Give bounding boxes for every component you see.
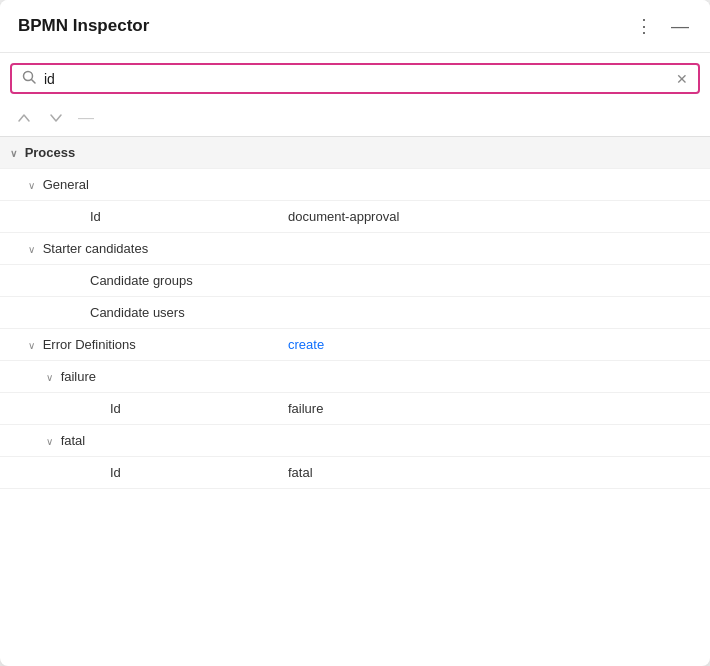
tree-row-value: failure — [280, 395, 710, 422]
move-up-button[interactable] — [12, 108, 36, 128]
tree-row-value — [280, 435, 710, 447]
panel-title: BPMN Inspector — [18, 16, 149, 36]
menu-button[interactable]: ⋮ — [632, 14, 656, 38]
bpmn-inspector-panel: BPMN Inspector ⋮ — ✕ — — [0, 0, 710, 666]
chevron-icon: ∨ — [46, 436, 53, 447]
minimize-button[interactable]: — — [668, 14, 692, 38]
tree-row-value — [280, 243, 710, 255]
tree-row-label: Id — [0, 459, 280, 486]
tree-row[interactable]: ∨ failure — [0, 361, 710, 393]
search-icon — [22, 70, 36, 87]
svg-line-1 — [32, 80, 36, 84]
tree-row-value — [280, 179, 710, 191]
tree-row-value — [280, 275, 710, 287]
tree-row-label: ∨ fatal — [0, 427, 280, 454]
tree-row-value: fatal — [280, 459, 710, 486]
search-bar: ✕ — [10, 63, 700, 94]
tree-row-label: Id — [0, 203, 280, 230]
chevron-icon: ∨ — [28, 180, 35, 191]
header-actions: ⋮ — — [632, 14, 692, 38]
tree-container: ∨ Process ∨ General Id document-approval… — [0, 137, 710, 666]
search-clear-button[interactable]: ✕ — [676, 71, 688, 87]
tree-row-label: ∨ Error Definitions — [0, 331, 280, 358]
tree-row[interactable]: Candidate users — [0, 297, 710, 329]
search-input[interactable] — [44, 71, 676, 87]
chevron-icon: ∨ — [46, 372, 53, 383]
tree-row[interactable]: Id failure — [0, 393, 710, 425]
tree-row[interactable]: Candidate groups — [0, 265, 710, 297]
tree-row[interactable]: ∨ Process — [0, 137, 710, 169]
tree-row-label: Candidate users — [0, 299, 280, 326]
toolbar: — — [0, 104, 710, 137]
chevron-icon: ∨ — [10, 148, 17, 159]
tree-row-label: ∨ failure — [0, 363, 280, 390]
tree-row[interactable]: ∨ Error Definitions create — [0, 329, 710, 361]
tree-row[interactable]: ∨ General — [0, 169, 710, 201]
panel-header: BPMN Inspector ⋮ — — [0, 0, 710, 53]
move-down-button[interactable] — [44, 108, 68, 128]
tree-row-label: ∨ Process — [0, 139, 280, 166]
tree-row-label: Candidate groups — [0, 267, 280, 294]
tree-row[interactable]: ∨ fatal — [0, 425, 710, 457]
chevron-icon: ∨ — [28, 340, 35, 351]
tree-row-label: ∨ Starter candidates — [0, 235, 280, 262]
tree-row-value-link[interactable]: create — [280, 331, 710, 358]
tree-row-label: ∨ General — [0, 171, 280, 198]
tree-row-value — [280, 371, 710, 383]
tree-row-value — [280, 147, 710, 159]
tree-row[interactable]: Id fatal — [0, 457, 710, 489]
tree-row[interactable]: Id document-approval — [0, 201, 710, 233]
chevron-icon: ∨ — [28, 244, 35, 255]
tree-row-label: Id — [0, 395, 280, 422]
tree-row-value: document-approval — [280, 203, 710, 230]
tree-row[interactable]: ∨ Starter candidates — [0, 233, 710, 265]
tree-row-value — [280, 307, 710, 319]
toolbar-separator: — — [78, 109, 94, 127]
